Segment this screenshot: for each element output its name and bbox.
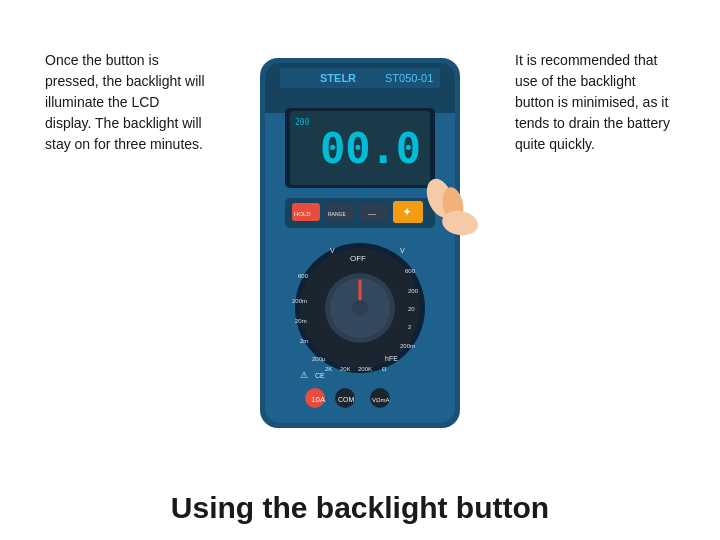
- svg-text:VΩmA: VΩmA: [372, 397, 390, 403]
- svg-text:2m: 2m: [300, 338, 308, 344]
- svg-text:—: —: [368, 209, 376, 218]
- svg-text:200: 200: [295, 118, 310, 127]
- svg-text:✦: ✦: [402, 205, 412, 219]
- svg-text:600: 600: [405, 268, 416, 274]
- svg-text:00.0: 00.0: [320, 124, 421, 173]
- svg-text:CE: CE: [315, 372, 325, 379]
- content-row: Once the button is pressed, the backligh…: [10, 20, 710, 476]
- svg-text:Ω: Ω: [382, 366, 387, 372]
- svg-text:200: 200: [408, 288, 419, 294]
- svg-text:2K: 2K: [325, 366, 332, 372]
- svg-text:200µ: 200µ: [312, 356, 326, 362]
- svg-text:20m: 20m: [295, 318, 307, 324]
- multimeter-svg: STELR ST050-01 00.0 200 HOLD RANGE —: [230, 53, 490, 443]
- svg-text:10A: 10A: [311, 395, 326, 404]
- svg-text:⚠: ⚠: [300, 370, 308, 380]
- svg-text:200K: 200K: [358, 366, 372, 372]
- svg-point-39: [352, 300, 368, 316]
- svg-text:200m: 200m: [400, 343, 415, 349]
- page-container: Once the button is pressed, the backligh…: [0, 0, 720, 540]
- svg-text:V: V: [400, 247, 405, 254]
- svg-text:V: V: [330, 247, 335, 254]
- svg-text:hFE: hFE: [385, 355, 398, 362]
- svg-text:OFF: OFF: [350, 254, 366, 263]
- page-title: Using the backlight button: [10, 481, 710, 530]
- svg-text:ST050-01: ST050-01: [385, 72, 433, 84]
- svg-text:COM: COM: [338, 396, 355, 403]
- svg-text:200m: 200m: [292, 298, 307, 304]
- svg-text:STELR: STELR: [320, 72, 356, 84]
- svg-text:HOLD: HOLD: [294, 211, 311, 217]
- multimeter-image: STELR ST050-01 00.0 200 HOLD RANGE —: [220, 48, 500, 448]
- left-description: Once the button is pressed, the backligh…: [30, 20, 220, 165]
- svg-text:RANGE: RANGE: [328, 211, 346, 217]
- svg-text:20K: 20K: [340, 366, 351, 372]
- svg-text:600: 600: [298, 273, 309, 279]
- svg-text:20: 20: [408, 306, 415, 312]
- right-description: It is recommended that use of the backli…: [500, 20, 690, 165]
